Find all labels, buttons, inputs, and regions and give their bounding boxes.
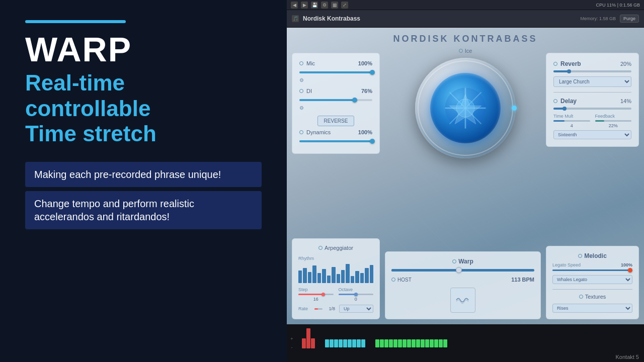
warp-power-icon[interactable] (452, 259, 456, 263)
settings-icon[interactable]: ⚙ (321, 2, 328, 9)
feedback-slider[interactable] (595, 120, 632, 122)
timemult-fill (553, 120, 565, 122)
arpeggiator-panel: Arpeggiator Rhythm (292, 238, 380, 319)
rate-slider[interactable] (314, 308, 323, 310)
piano-note-row-cyan (325, 339, 365, 347)
piano-key-g1 (375, 339, 379, 347)
host-button[interactable]: HOST (391, 277, 412, 283)
reverb-slider[interactable] (553, 70, 631, 72)
timemult-group: Time Mult 4 (553, 114, 590, 128)
save-icon[interactable]: 💾 (311, 2, 318, 9)
subtitle-line-3: Time stretch (25, 121, 262, 147)
dynamics-fill (299, 140, 372, 142)
piano-roll-area (297, 324, 644, 362)
grid-icon[interactable]: ▦ (331, 2, 338, 9)
textures-section: Textures Rises Falls (552, 289, 632, 313)
rbar-9 (337, 274, 340, 283)
reverb-preset-select[interactable]: Large Church Large Hall Room (553, 76, 631, 87)
piano-key-g12 (425, 339, 429, 347)
delay-power-icon[interactable] (553, 99, 557, 103)
kontakt-panel: ◀ ▶ 💾 ⚙ ▦ ⤢ CPU 11% | 0:1.56 GB 🎵 Nordis… (287, 0, 644, 362)
piano-key-2 (306, 328, 310, 348)
zoom-out-icon[interactable]: - (291, 343, 293, 351)
di-slider[interactable] (299, 99, 372, 101)
feedback-value: 22% (595, 123, 632, 128)
sixteenth-select[interactable]: Sixteenth Eighth Quarter (553, 130, 631, 139)
timemult-feedback: Time Mult 4 Feedback 22% (553, 114, 631, 128)
rhythm-bars (298, 263, 373, 283)
accent-bar (25, 20, 126, 23)
instrument-name: Nordisk Kontrabass (303, 15, 360, 22)
resize-icon[interactable]: ⤢ (341, 2, 348, 9)
piano-key-g13 (430, 339, 434, 347)
di-power-icon[interactable] (299, 89, 303, 93)
rbar-1 (298, 270, 302, 283)
ice-label: Ice (459, 48, 472, 54)
direction-select[interactable]: Up Down Up-Down (339, 305, 373, 313)
rate-row: Rate 1/8 Up Down Up-Down (298, 305, 373, 313)
step-slider[interactable] (298, 294, 334, 295)
octave-thumb (354, 293, 358, 296)
piano-key-g7 (403, 339, 407, 347)
reverb-value: 20% (620, 61, 631, 67)
instrument-main: NORDISK KONTRABASS Ice (287, 28, 644, 324)
whales-preset-select[interactable]: Whales Legato Cello Legato (552, 275, 632, 284)
desc-blocks: Making each pre-recorded phrase unique! … (25, 162, 262, 229)
dynamics-slider[interactable] (299, 140, 372, 142)
nav-back-icon[interactable]: ◀ (291, 2, 298, 9)
octave-slider[interactable] (339, 294, 374, 295)
rate-value: 1/8 (329, 306, 335, 311)
step-value: 16 (298, 297, 334, 302)
mic-slider[interactable] (299, 71, 372, 73)
di-label: DI (306, 88, 361, 94)
warp-panel: Warp HOST 113 BPM (385, 251, 541, 319)
di-eq-icon: ⚙ (299, 105, 304, 111)
rbar-10 (341, 270, 345, 283)
dynamics-power-icon[interactable] (299, 130, 303, 134)
delay-title-row: Delay 14% (553, 98, 631, 105)
kontakt-topbar: ◀ ▶ 💾 ⚙ ▦ ⤢ CPU 11% | 0:1.56 GB (287, 0, 644, 10)
reverse-button[interactable]: REVERSE (317, 116, 355, 126)
reverb-power-icon[interactable] (553, 62, 557, 66)
mic-label: Mic (306, 60, 358, 66)
piano-key-g14 (434, 339, 438, 347)
zoom-in-icon[interactable]: + (290, 335, 293, 343)
melodic-power-icon[interactable] (578, 254, 582, 258)
piano-key-g10 (416, 339, 420, 347)
octave-fill (339, 294, 356, 295)
topbar-icons: ◀ ▶ 💾 ⚙ ▦ ⤢ (291, 2, 348, 9)
rbar-12 (351, 276, 354, 283)
ice-power-icon[interactable] (459, 49, 463, 53)
legato-thumb (628, 268, 632, 273)
piano-key-g4 (389, 339, 393, 347)
warp-slider[interactable] (391, 269, 534, 272)
piano-key-c9 (361, 339, 365, 347)
ice-knob[interactable] (415, 58, 516, 158)
arpeggiator-title: Arpeggiator (298, 245, 373, 251)
octave-group: Octave 0 (339, 287, 374, 302)
mic-eq-icon: ⚙ (299, 77, 304, 83)
piano-key-g9 (412, 339, 416, 347)
di-fill (299, 99, 355, 101)
textures-title: Textures (552, 294, 632, 300)
reverb-title-row: Reverb 20% (553, 60, 631, 67)
timemult-slider[interactable] (553, 120, 590, 122)
host-power-icon (391, 278, 395, 282)
octave-label: Octave (339, 287, 374, 292)
textures-power-icon[interactable] (579, 295, 583, 299)
arp-power-icon[interactable] (318, 246, 323, 250)
feedback-label: Feedback (595, 114, 632, 119)
rbar-5 (317, 273, 321, 283)
rises-preset-select[interactable]: Rises Falls (552, 304, 632, 313)
warp-title: WARP (25, 32, 262, 66)
purge-button[interactable]: Purge (620, 15, 639, 23)
mic-power-icon[interactable] (299, 61, 303, 65)
delay-slider[interactable] (553, 108, 631, 110)
nav-forward-icon[interactable]: ▶ (301, 2, 308, 9)
rbar-11 (346, 264, 349, 283)
warp-slider-thumb (456, 267, 462, 273)
kontakt-label: Kontakt 5 (616, 354, 639, 360)
subtitle-line-2: controllable (25, 96, 262, 122)
legato-slider[interactable] (552, 269, 632, 271)
piano-key-c2 (330, 339, 334, 347)
